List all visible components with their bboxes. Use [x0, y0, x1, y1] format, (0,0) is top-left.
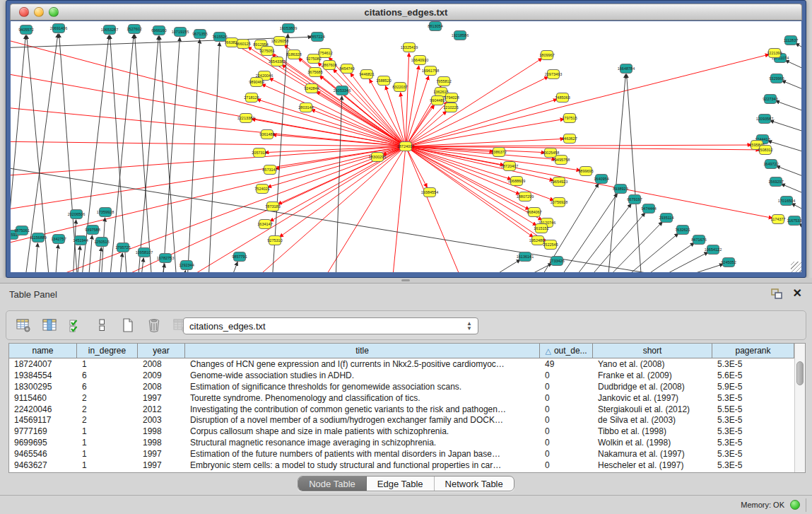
- graph-edge[interactable]: [35, 243, 37, 272]
- graph-node[interactable]: 2057318: [252, 148, 266, 158]
- graph-node[interactable]: 16961758: [422, 66, 439, 76]
- graph-node[interactable]: 2803144: [298, 103, 313, 112]
- graph-node[interactable]: 9875061: [14, 226, 29, 235]
- graph-node[interactable]: 8186328: [286, 50, 301, 59]
- graph-node[interactable]: 1292344: [179, 261, 194, 270]
- graph-node[interactable]: 9361488: [259, 130, 274, 139]
- graph-node[interactable]: 16136141: [517, 252, 534, 262]
- graph-node[interactable]: 9899695: [578, 167, 593, 176]
- graph-edge[interactable]: [55, 245, 58, 272]
- column-header-pagerank[interactable]: pagerank: [712, 344, 794, 358]
- graph-edge[interactable]: [187, 40, 200, 272]
- graph-node[interactable]: 1649722: [763, 160, 778, 169]
- graph-edge[interactable]: [141, 258, 143, 272]
- graph-node[interactable]: 10756928: [551, 198, 567, 207]
- graph-node[interactable]: 20691406: [50, 24, 67, 33]
- graph-node[interactable]: 6794028: [444, 93, 459, 103]
- table-select[interactable]: citations_edges.txt ▲▼: [183, 317, 478, 334]
- graph-node[interactable]: 1451944: [73, 236, 88, 245]
- graph-node[interactable]: 11156889: [30, 233, 47, 243]
- column-header-out-degree[interactable]: △ out_de...: [540, 344, 593, 358]
- graph-node[interactable]: 1809967: [539, 51, 554, 60]
- graph-node[interactable]: 18807299: [517, 192, 534, 201]
- minimize-window-icon[interactable]: [34, 7, 44, 17]
- scrollbar-thumb[interactable]: [796, 361, 804, 385]
- table-row[interactable]: 2242004622012Investigating the contribut…: [9, 404, 794, 415]
- graph-node[interactable]: 1527602: [126, 25, 141, 34]
- table-row[interactable]: 1938455462009Genome-wide association stu…: [9, 370, 794, 381]
- table-row[interactable]: 1872400712008Changes of HCN gene express…: [9, 358, 794, 370]
- graph-node[interactable]: 19654923: [551, 177, 567, 187]
- graph-edge[interactable]: [11, 146, 406, 247]
- graph-node[interactable]: 16648784: [618, 64, 635, 74]
- table-row[interactable]: 1830029562008Estimation of significance …: [9, 381, 794, 392]
- column-header-in-degree[interactable]: in_degree: [77, 344, 138, 358]
- graph-edge[interactable]: [406, 99, 557, 146]
- graph-node[interactable]: 9397588: [85, 226, 100, 235]
- graph-node[interactable]: 2935114: [659, 214, 673, 223]
- graph-edge[interactable]: [585, 213, 645, 272]
- graph-node[interactable]: 7955812: [436, 77, 451, 86]
- graph-edge[interactable]: [635, 243, 694, 272]
- select-columns-icon[interactable]: [67, 317, 84, 334]
- graph-node[interactable]: 2718126: [244, 93, 259, 103]
- row-height-icon[interactable]: [93, 317, 110, 334]
- graph-node[interactable]: 6679197: [627, 195, 642, 204]
- graph-edge[interactable]: [163, 37, 180, 272]
- zoom-window-icon[interactable]: [49, 7, 59, 17]
- graph-edge[interactable]: [406, 146, 463, 272]
- graph-edge[interactable]: [796, 43, 801, 60]
- table-row[interactable]: 946554611997Estimation of the future num…: [9, 448, 794, 460]
- table-row[interactable]: 969969511998Structural magnetic resonanc…: [9, 437, 794, 448]
- graph-edge[interactable]: [208, 42, 220, 272]
- column-header-name[interactable]: name: [9, 344, 77, 358]
- graph-node[interactable]: 13325419: [401, 43, 418, 52]
- graph-node[interactable]: 16543382: [269, 57, 286, 66]
- graph-node[interactable]: 7857224: [310, 33, 324, 42]
- float-panel-icon[interactable]: [771, 288, 784, 300]
- graph-node[interactable]: 1112837: [784, 36, 799, 45]
- graph-node[interactable]: 17016504: [778, 197, 795, 206]
- graph-edge[interactable]: [782, 81, 801, 98]
- graph-node[interactable]: 18724007: [397, 142, 414, 151]
- graph-node[interactable]: 7873183: [265, 202, 280, 211]
- table-row[interactable]: 911546021997Tourette syndrome. Phenomeno…: [9, 392, 794, 404]
- panel-splitter[interactable]: [0, 278, 812, 283]
- graph-node[interactable]: 9275051: [259, 47, 274, 56]
- graph-node[interactable]: 8454749: [339, 64, 354, 74]
- graph-edge[interactable]: [406, 146, 555, 159]
- graph-node[interactable]: 12093587: [756, 115, 773, 124]
- graph-node[interactable]: 1797515: [562, 114, 577, 123]
- graph-edge[interactable]: [406, 139, 564, 146]
- table-scrollbar[interactable]: [794, 344, 805, 472]
- graph-node[interactable]: 20973493: [545, 70, 562, 79]
- tab-edge-table[interactable]: Edge Table: [367, 477, 435, 491]
- graph-node[interactable]: 6966160: [151, 26, 166, 35]
- window-titlebar[interactable]: citations_edges.txt: [10, 4, 802, 21]
- graph-edge[interactable]: [279, 146, 406, 237]
- graph-node[interactable]: 19218586: [452, 31, 469, 40]
- graph-node[interactable]: 1640954: [594, 175, 608, 184]
- graph-node[interactable]: 10958107: [136, 248, 153, 257]
- graph-edge[interactable]: [406, 53, 409, 146]
- graph-node[interactable]: 2386372: [491, 148, 506, 157]
- graph-node[interactable]: 9227343: [763, 95, 777, 104]
- graph-edge[interactable]: [261, 84, 406, 146]
- graph-edge[interactable]: [406, 146, 772, 218]
- graph-node[interactable]: 8573147: [262, 165, 277, 175]
- graph-node[interactable]: 9890469: [249, 78, 264, 87]
- graph-node[interactable]: 3675685: [307, 68, 322, 77]
- graph-node[interactable]: 9857791: [232, 252, 247, 262]
- table-row[interactable]: 1456911722003Disruption of a novel membe…: [9, 414, 794, 426]
- column-header-year[interactable]: year: [138, 344, 185, 358]
- graph-node[interactable]: 9904480: [430, 96, 445, 105]
- graph-node[interactable]: 1634147: [257, 220, 272, 229]
- graph-node[interactable]: 16782753: [157, 254, 174, 263]
- graph-node[interactable]: 1174377: [770, 215, 785, 224]
- graph-edge[interactable]: [608, 74, 625, 272]
- graph-node[interactable]: 9329966: [769, 74, 784, 83]
- graph-node[interactable]: 10719155: [172, 28, 189, 37]
- graph-edge[interactable]: [11, 146, 406, 177]
- graph-node[interactable]: 1221393: [767, 49, 782, 58]
- graph-edge[interactable]: [11, 106, 406, 146]
